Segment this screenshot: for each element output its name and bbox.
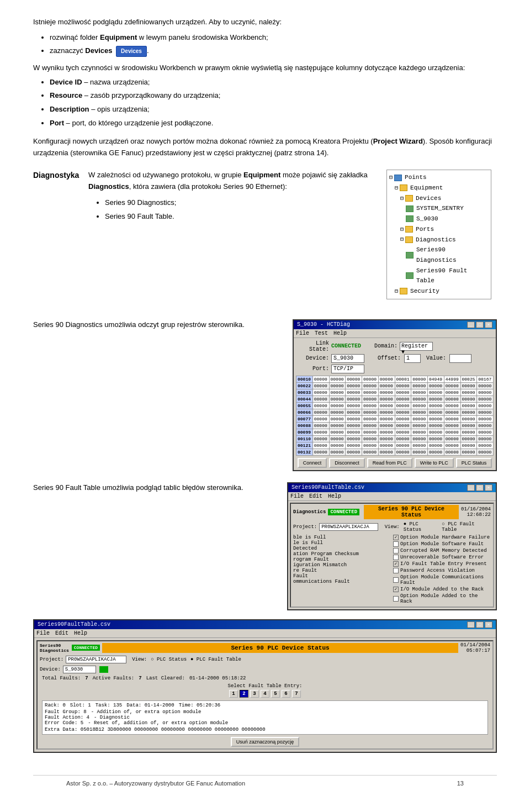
close-btn[interactable]: × [485,321,492,328]
fb-plc-status-radio: ○ PLC Status [151,657,187,662]
intro-p3: Konfiguracji nowych urządzeń oraz nowych… [33,136,497,159]
fault-left-8: Fault [293,573,391,579]
fault-table-two-col: Series 90 Fault Table umożliwia podgląd … [33,482,497,610]
diagnostyka-left: W zależności od używanego protokołu, w g… [88,170,375,228]
maximize-btn[interactable]: □ [476,321,484,328]
tree-security-label: Security [410,286,439,297]
fault-menu-edit[interactable]: Edit [309,493,322,499]
fault-proj-input[interactable]: PR0WSZAAPLIKACJA [319,523,378,531]
fault-cb-9: Option Module Added to the Rack [393,593,491,604]
resource-bullet: Resource – zasób przyporządkowany do urz… [50,90,497,102]
fault-bottom-window: Series90FaultTable.csv _ □ × File Edit H… [33,619,497,753]
cb-7-box[interactable] [393,577,399,583]
fault-left-labels: ble is Full le is Full Detected ation Pr… [293,535,391,605]
diagnostyka-label: Diagnostyka [33,171,79,180]
equipment-icon [400,184,407,191]
fb-fault-action-desc: - Diagnostic [94,715,130,720]
fault-close-btn[interactable]: × [485,484,492,491]
intro-section: Istnieje możliwość podglądu zdefiniowany… [33,17,497,159]
disconnect-btn[interactable]: Disconnect [329,458,365,468]
cb-1-box[interactable]: ✓ [393,535,399,540]
fb-faults-summary: Total Faults: 7 Active Faults: 7 Last Cl… [38,674,492,682]
fault-view-label: View: [385,524,400,530]
ports-icon [405,226,413,233]
bullet-1: rozwinąć folder Equipment w lewym panelu… [50,32,497,44]
cb-3-box[interactable] [393,548,399,553]
fb-fault-action-label: Fault Action: 4 [45,715,89,720]
fb-proj-input[interactable]: PR0WSZAAPLIKACJA [66,656,126,663]
fault-top-titlebar: Series90FaultTable.csv _ □ × [288,483,496,492]
fb-fault-detail-box: Rack: 0 Slot: 1 Task: 135 Data: 01-14-20… [42,700,488,735]
fb-active-faults-label: Active Faults: [93,676,135,681]
read-plc-btn[interactable]: Read from PLC [367,458,412,468]
connect-btn[interactable]: Connect [298,458,327,468]
cb-8-box[interactable]: ✓ [393,587,399,592]
fault-cb-2: Option Module Software Fault [393,541,491,547]
fault-min-btn[interactable]: _ [467,484,475,491]
fault-num-5[interactable]: 5 [271,690,280,698]
fb-fault-group-label: Fault Group: 8 [45,709,87,715]
cb-9-box[interactable] [393,596,399,602]
menu-help[interactable]: Help [333,330,347,336]
fb-close-btn[interactable]: × [485,621,492,628]
cb-1-label: Option Module Hardware Failure [400,535,490,540]
fault-num-4[interactable]: 4 [261,690,269,698]
fault-left-6: iguration Mismatch [293,562,391,568]
fault-num-6[interactable]: 6 [282,690,290,698]
fault-inner-header: Diagnostics CONNECTED Series 90 PLC Devi… [291,504,493,520]
equipment-bold2: Equipment [243,171,280,179]
fb-fault-nums: 1 2 3 4 5 6 7 [42,690,488,698]
fb-diag-area: Series90Diagnostics CONNECTED [40,643,100,653]
menu-test[interactable]: Test [315,330,328,336]
menu-file[interactable]: File [296,330,309,336]
fb-menu-file[interactable]: File [36,630,50,636]
fb-data-label: Data: 01-14-2000 [126,703,174,708]
port-row: Port: TCP/IP [296,365,494,373]
diagnostyka-section: Diagnostyka W zależności od używanego pr… [33,170,497,308]
port-label: Port: [296,366,329,372]
description-label: Description [50,105,89,113]
cb-6-box[interactable] [393,568,399,573]
fault-cb-4: Unrecoverable Software Error [393,555,491,560]
cb-4-box[interactable] [393,555,399,560]
fault-top-btns: _ □ × [467,484,492,491]
diagnostyka-two-col: W zależności od używanego protokołu, w g… [88,170,497,299]
cb-2-box[interactable] [393,541,399,547]
device-input[interactable]: S_9030 [331,354,364,363]
tree-s9030-label: S_9030 [416,214,438,224]
plc-status-btn[interactable]: PLC Status [456,458,492,468]
fb-proj-label: Project: [40,657,63,662]
port-input[interactable]: TCP/IP [331,365,364,373]
fault-menu-help[interactable]: Help [328,493,341,499]
offset-input[interactable]: 1 [404,354,421,363]
page-footer: Astor Sp. z o.o. – Autoryzowany dystrybu… [33,775,497,787]
cb-5-box[interactable]: ✓ [393,561,399,567]
value-input[interactable] [449,354,471,363]
fb-device-input[interactable]: S_9030 [63,666,96,673]
fb-slot-label: Slot: 1 [70,703,91,708]
fault-cb-5: ✓I/O Fault Table Entry Present [393,561,491,567]
tree-series90-diag-label: Series90 Diagnostics [416,245,489,265]
tree-equipment-label: Equipment [410,183,443,193]
fault-num-7[interactable]: 7 [292,690,301,698]
diagnostyka-content: W zależności od używanego protokołu, w g… [88,170,497,308]
fault-date-time: 01/16/2004 12:68:22 [461,507,491,518]
fault-max-btn[interactable]: □ [476,484,484,491]
cb-5-label: I/O Fault Table Entry Present [400,561,487,567]
write-plc-btn[interactable]: Write to PLC [415,458,454,468]
domain-dropdown[interactable]: Register ▼ [400,342,433,351]
fault-num-3[interactable]: 3 [250,690,259,698]
fb-bottom-btn[interactable]: Usuń zaznaczoną pozycję [231,737,300,747]
fault-num-1[interactable]: 1 [229,690,238,698]
fault-top-title: Series90FaultTable.csv [292,484,364,491]
link-state-row: Link State: CONNECTED Domain: Register ▼ [296,340,494,352]
fb-min-btn[interactable]: _ [467,621,475,628]
fault-num-2[interactable]: 2 [240,690,248,698]
fb-max-btn[interactable]: □ [476,621,484,628]
fault-menu-file[interactable]: File [290,493,304,499]
description-bullet: Description – opis urządzenia; [50,104,497,115]
fb-menu-help[interactable]: Help [74,630,87,636]
minimize-btn[interactable]: _ [467,321,475,328]
fb-menu-edit[interactable]: Edit [55,630,68,636]
fb-error-code-row: Error Code: 5 - Reset of, addition of, o… [45,720,485,726]
